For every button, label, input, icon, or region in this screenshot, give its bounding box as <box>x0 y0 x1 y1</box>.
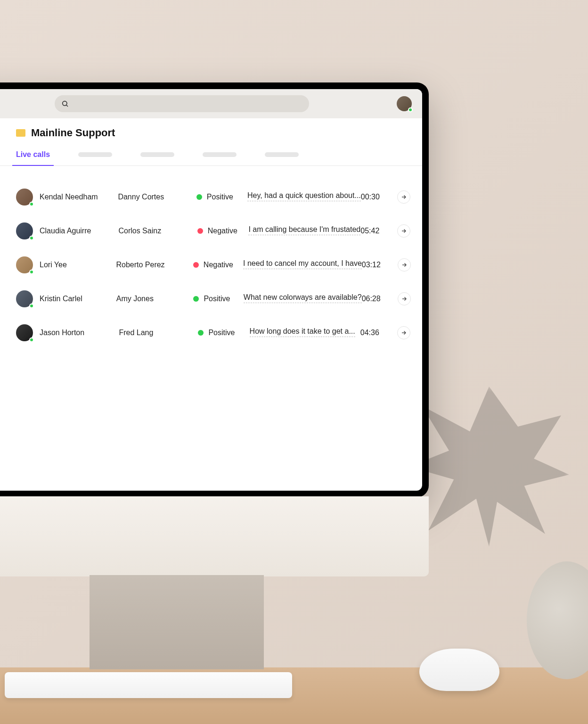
tab-placeholder[interactable] <box>140 152 174 157</box>
tab-live-calls[interactable]: Live calls <box>16 150 50 165</box>
svg-line-1 <box>66 105 68 107</box>
sentiment-cell: Negative <box>197 227 249 235</box>
sentiment-cell: Negative <box>193 261 243 269</box>
arrow-right-icon <box>401 330 407 336</box>
svg-point-0 <box>63 101 67 106</box>
app-header <box>0 89 422 118</box>
snippet-text[interactable]: I am calling because I'm frustated <box>248 225 360 235</box>
status-online-icon <box>29 304 34 308</box>
search-input[interactable] <box>55 95 309 112</box>
sentiment-label: Positive <box>208 329 235 337</box>
decorative-shadow <box>409 387 569 547</box>
sentiment-dot-icon <box>193 296 199 302</box>
agent-avatar <box>16 324 33 341</box>
agent-name: Jason Horton <box>40 329 84 337</box>
folder-icon <box>16 129 25 137</box>
agent-name: Claudia Aguirre <box>40 227 91 235</box>
call-row[interactable]: Kristin CarlelAmy JonesPositiveWhat new … <box>16 282 412 316</box>
arrow-right-icon <box>401 296 407 302</box>
open-call-button[interactable] <box>397 224 410 238</box>
open-call-button[interactable] <box>398 292 411 305</box>
open-call-button[interactable] <box>397 326 410 339</box>
status-online-icon <box>408 107 413 112</box>
call-row[interactable]: Claudia AguirreCorlos SainzNegativeI am … <box>16 214 412 248</box>
snippet-text[interactable]: What new colorways are available? <box>244 293 362 303</box>
agent-avatar <box>16 256 33 273</box>
page-title: Mainline Support <box>31 127 115 139</box>
agent-avatar <box>16 222 33 239</box>
sentiment-label: Negative <box>204 261 233 269</box>
call-row[interactable]: Jason HortonFred LangPositiveHow long do… <box>16 316 412 350</box>
arrow-right-icon <box>401 228 407 234</box>
call-row[interactable]: Kendal NeedhamDanny CortesPositiveHey, h… <box>16 180 412 214</box>
status-online-icon <box>29 236 34 240</box>
keyboard <box>5 672 292 698</box>
search-icon <box>61 100 69 107</box>
customer-name: Danny Cortes <box>118 193 196 201</box>
tab-placeholder[interactable] <box>203 152 237 157</box>
sentiment-label: Positive <box>204 295 230 303</box>
duration: 06:28 <box>362 295 397 303</box>
agent-name: Kristin Carlel <box>40 295 82 303</box>
duration: 04:36 <box>360 329 396 337</box>
sentiment-label: Negative <box>208 227 237 235</box>
snippet-text[interactable]: How long does it take to get a... <box>250 327 355 337</box>
customer-name: Corlos Sainz <box>118 227 197 235</box>
agent-name: Lori Yee <box>40 261 67 269</box>
arrow-right-icon <box>401 194 407 200</box>
monitor-stand <box>90 575 264 669</box>
user-avatar[interactable] <box>397 96 412 111</box>
sentiment-dot-icon <box>196 194 202 200</box>
sentiment-dot-icon <box>198 330 204 336</box>
sentiment-dot-icon <box>193 262 199 268</box>
sentiment-dot-icon <box>197 228 203 234</box>
agent-avatar <box>16 189 33 206</box>
agent-name: Kendal Needham <box>40 193 98 201</box>
mouse <box>419 649 499 691</box>
status-online-icon <box>29 337 34 342</box>
sentiment-cell: Positive <box>198 329 249 337</box>
tab-placeholder[interactable] <box>78 152 112 157</box>
duration: 00:30 <box>361 193 396 201</box>
open-call-button[interactable] <box>398 258 411 272</box>
sentiment-cell: Positive <box>193 295 243 303</box>
sentiment-label: Positive <box>207 193 233 201</box>
customer-name: Amy Jones <box>116 295 194 303</box>
sentiment-cell: Positive <box>196 193 247 201</box>
open-call-button[interactable] <box>397 190 410 204</box>
status-online-icon <box>29 202 34 206</box>
customer-name: Fred Lang <box>119 329 198 337</box>
arrow-right-icon <box>401 262 407 268</box>
agent-avatar <box>16 290 33 307</box>
tabs: Live calls <box>0 144 422 166</box>
search-wrap <box>55 95 309 112</box>
snippet-text[interactable]: Hey, had a quick question about... <box>247 191 361 201</box>
call-row[interactable]: Lori YeeRoberto PerezNegativeI need to c… <box>16 248 412 282</box>
snippet-text[interactable]: I need to cancel my account, I have <box>243 259 362 269</box>
status-online-icon <box>29 270 34 274</box>
duration: 03:12 <box>362 261 397 269</box>
duration: 05:42 <box>360 227 396 235</box>
app-screen: Mainline Support Live calls Kendal Needh… <box>0 89 422 491</box>
vase <box>527 561 588 679</box>
calls-table: Kendal NeedhamDanny CortesPositiveHey, h… <box>0 166 422 350</box>
monitor-frame: Mainline Support Live calls Kendal Needh… <box>0 82 429 497</box>
title-row: Mainline Support <box>0 118 422 144</box>
monitor-chin <box>0 496 429 576</box>
tab-placeholder[interactable] <box>265 152 299 157</box>
customer-name: Roberto Perez <box>116 261 193 269</box>
